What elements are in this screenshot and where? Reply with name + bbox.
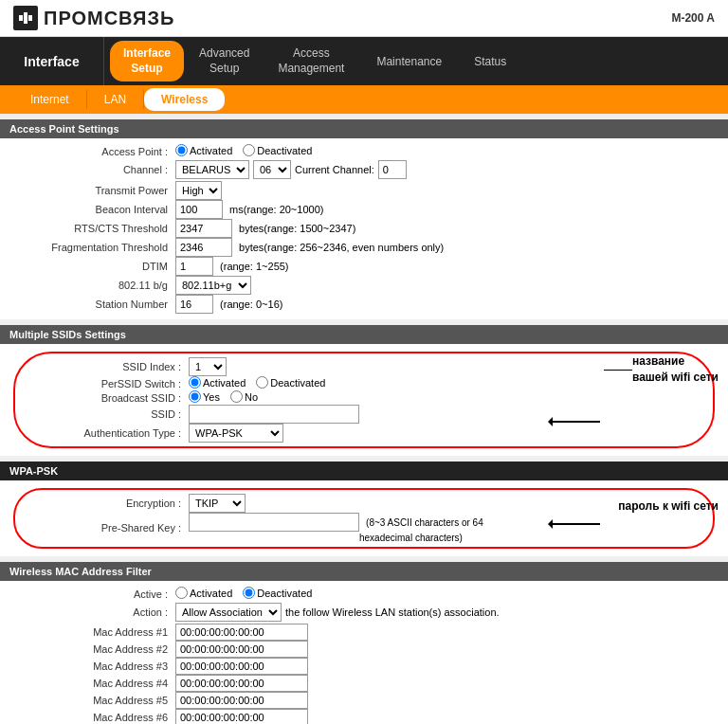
psk-hint2: hexadecimal characters) (359, 533, 463, 543)
auth-type-label: Authentication Type : (23, 424, 189, 443)
tab-interface-setup[interactable]: InterfaceSetup (110, 41, 184, 81)
section-header-ssids: Multiple SSIDs Settings (0, 325, 728, 344)
section-multiple-ssids: Multiple SSIDs Settings названиевашей wi… (0, 325, 728, 456)
beacon-interval-hint: ms(range: 20~1000) (229, 204, 323, 215)
ssid-label: SSID : (23, 405, 189, 424)
per-ssid-activated-radio[interactable]: Activated (189, 376, 246, 389)
per-ssid-label: PerSSID Switch : (23, 376, 189, 390)
tab-status[interactable]: Status (461, 49, 519, 74)
logo: ПРОМСВЯЗЬ (13, 6, 174, 30)
annotation-wifi-pass: пароль к wifi сети (618, 499, 719, 513)
ap-label: Access Point : (9, 144, 175, 158)
mac6-input[interactable] (175, 709, 308, 724)
mac1-label: Mac Address #1 (9, 624, 175, 641)
frag-label: Fragmentation Threshold (9, 238, 175, 257)
mac-active-label: Active : (9, 587, 175, 601)
frag-hint: bytes(range: 256~2346, even numbers only… (239, 242, 444, 253)
rts-input[interactable] (175, 219, 232, 238)
broadcast-yes-radio[interactable]: Yes (189, 390, 220, 403)
logo-text: ПРОМСВЯЗЬ (44, 8, 174, 29)
ssid-index-label: SSID Index : (23, 357, 189, 376)
svg-marker-6 (548, 519, 553, 529)
section-header-ap: Access Point Settings (0, 119, 728, 138)
subtab-wireless[interactable]: Wireless (144, 88, 225, 111)
action-select[interactable]: Allow Association (175, 603, 282, 622)
section-mac-filter: Wireless MAC Address Filter Active : Act… (0, 562, 728, 724)
svg-marker-4 (548, 417, 553, 426)
dtim-input[interactable] (175, 257, 213, 276)
transmit-power-select[interactable]: High (175, 181, 222, 200)
mac3-label: Mac Address #3 (9, 658, 175, 675)
mac2-label: Mac Address #2 (9, 641, 175, 658)
psk-hint: (8~3 ASCII characters or 64 (366, 517, 483, 528)
ssid-index-select[interactable]: 1 (189, 357, 227, 376)
mac5-input[interactable] (175, 692, 308, 709)
model-label: M-200 A (671, 11, 715, 25)
station-label: Station Number (9, 295, 175, 314)
section-access-point: Access Point Settings Access Point : Act… (0, 119, 728, 319)
dtim-hint: (range: 1~255) (220, 261, 288, 272)
broadcast-no-radio[interactable]: No (230, 390, 258, 403)
per-ssid-deactivated-radio[interactable]: Deactivated (256, 376, 325, 389)
channel-num-select[interactable]: 06 (253, 160, 291, 179)
tab-maintenance[interactable]: Maintenance (359, 49, 459, 74)
encryption-select[interactable]: TKIP (189, 494, 246, 513)
frag-input[interactable] (175, 238, 232, 257)
subtab-lan[interactable]: LAN (87, 88, 143, 111)
beacon-interval-input[interactable] (175, 200, 223, 219)
mac6-label: Mac Address #6 (9, 709, 175, 724)
svg-rect-1 (24, 12, 27, 24)
dot11-label: 802.11 b/g (9, 276, 175, 295)
psk-input[interactable] (189, 513, 359, 532)
svg-rect-0 (19, 15, 23, 21)
mac2-input[interactable] (175, 641, 308, 658)
ssid-input[interactable] (189, 405, 359, 424)
section-wpa-psk: WPA-PSK пароль к wifi сети Encryption : (0, 462, 728, 556)
channel-label: Channel : (9, 158, 175, 181)
mac-activated-radio[interactable]: Activated (175, 587, 232, 599)
transmit-power-label: Transmit Power (9, 181, 175, 200)
rts-hint: bytes(range: 1500~2347) (239, 223, 355, 234)
section-header-wpa: WPA-PSK (0, 462, 728, 480)
auth-type-select[interactable]: WPA-PSK (189, 424, 283, 443)
mac3-input[interactable] (175, 658, 308, 675)
dtim-label: DTIM (9, 257, 175, 276)
mac5-label: Mac Address #5 (9, 692, 175, 709)
current-channel-input[interactable] (378, 160, 407, 179)
mac1-input[interactable] (175, 624, 308, 641)
annotation-wifi-name: названиевашей wifi сети (632, 354, 719, 384)
nav-interface: Interface (0, 37, 104, 85)
psk-label: Pre-Shared Key : (23, 513, 189, 543)
mac4-input[interactable] (175, 675, 308, 692)
section-header-mac: Wireless MAC Address Filter (0, 562, 728, 581)
dot11-select[interactable]: 802.11b+g (175, 276, 251, 295)
rts-label: RTS/CTS Threshold (9, 219, 175, 238)
current-channel-label: Current Channel: (295, 164, 374, 175)
station-input[interactable] (175, 295, 213, 314)
tab-access-management[interactable]: AccessManagement (264, 41, 357, 81)
ap-deactivated-radio[interactable]: Deactivated (243, 144, 312, 156)
broadcast-ssid-label: Broadcast SSID : (23, 390, 189, 405)
tab-advanced-setup[interactable]: AdvancedSetup (186, 41, 263, 81)
ap-activated-radio[interactable]: Activated (175, 144, 232, 156)
channel-country-select[interactable]: BELARUS (175, 160, 249, 179)
svg-rect-2 (28, 15, 32, 21)
mac4-label: Mac Address #4 (9, 675, 175, 692)
action-hint: the follow Wireless LAN station(s) assoc… (285, 606, 500, 618)
station-hint: (range: 0~16) (220, 299, 282, 310)
action-label: Action : (9, 601, 175, 624)
beacon-interval-label: Beacon Interval (9, 200, 175, 219)
mac-deactivated-radio[interactable]: Deactivated (243, 587, 312, 599)
encryption-label: Encryption : (23, 494, 189, 513)
subtab-internet[interactable]: Internet (13, 88, 86, 111)
